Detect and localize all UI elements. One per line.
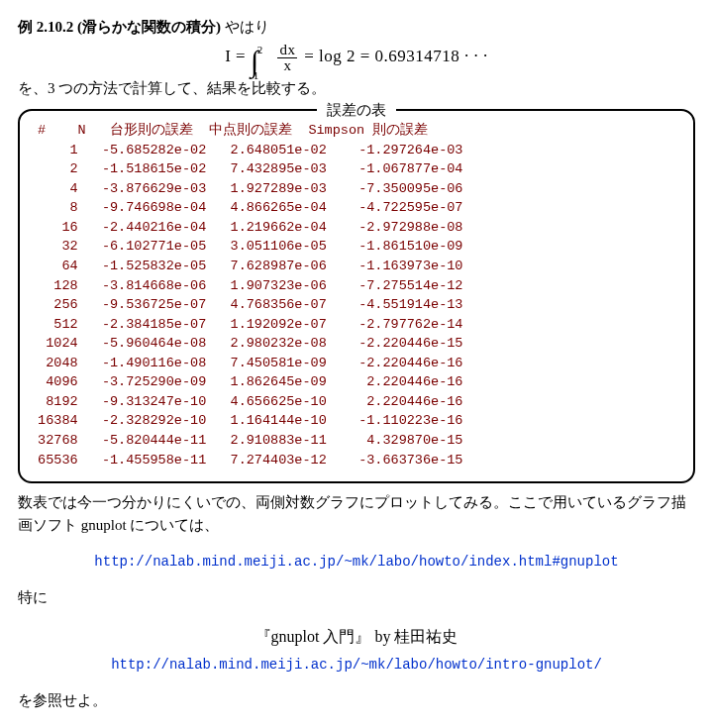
- closing-text: を参照せよ。: [18, 689, 695, 712]
- table-row: 128 -3.814668e-06 1.907323e-06 -7.275514…: [30, 276, 683, 296]
- link-row-1: http://nalab.mind.meiji.ac.jp/~mk/labo/h…: [18, 550, 695, 572]
- table-row: 512 -2.384185e-07 1.192092e-07 -2.797762…: [30, 315, 683, 335]
- table-row: 32768 -5.820444e-11 2.910883e-11 4.32987…: [30, 431, 683, 451]
- table-row: 1 -5.685282e-02 2.648051e-02 -1.297264e-…: [30, 141, 683, 160]
- table-row: 8 -9.746698e-04 4.866265e-04 -4.722595e-…: [30, 198, 683, 218]
- table-row: 64 -1.525832e-05 7.628987e-06 -1.163973e…: [30, 257, 683, 276]
- link-row-2: http://nalab.mind.meiji.ac.jp/~mk/labo/h…: [18, 653, 695, 676]
- example-label: 例 2.10.2 (滑らかな関数の積分): [18, 19, 221, 35]
- table-row: 4096 -3.725290e-09 1.862645e-09 2.220446…: [30, 372, 683, 392]
- gnuplot-howto-link[interactable]: http://nalab.mind.meiji.ac.jp/~mk/labo/h…: [94, 554, 618, 570]
- table-row: 2 -1.518615e-02 7.432895e-03 -1.067877e-…: [30, 159, 683, 179]
- error-table-box: 誤差の表 # N 台形則の誤差 中点則の誤差 Simpson 則の誤差 1 -5…: [18, 109, 695, 483]
- example-heading: 例 2.10.2 (滑らかな関数の積分) やはり: [18, 16, 695, 39]
- example-after: やはり: [221, 19, 269, 35]
- box-title: 誤差の表: [317, 99, 396, 122]
- after-table-text: 数表では今一つ分かりにくいでの、両側対数グラフにプロットしてみる。ここで用いてい…: [18, 491, 695, 536]
- table-row: 16 -2.440216e-04 1.219662e-04 -2.972988e…: [30, 218, 683, 238]
- integral-equation: I = ∫21 dx x = log 2 = 0.69314718 · · ·: [18, 43, 695, 73]
- table-header-row: # N 台形則の誤差 中点則の誤差 Simpson 則の誤差: [30, 121, 683, 141]
- table-row: 2048 -1.490116e-08 7.450581e-09 -2.22044…: [30, 354, 683, 373]
- table-row: 65536 -1.455958e-11 7.274403e-12 -3.6637…: [30, 451, 683, 470]
- eq-rhs: = log 2 = 0.69314718 · · ·: [304, 47, 488, 65]
- eq-lhs: I =: [225, 47, 246, 65]
- table-row: 8192 -9.313247e-10 4.656625e-10 2.220446…: [30, 392, 683, 412]
- intro-gnuplot-link[interactable]: http://nalab.mind.meiji.ac.jp/~mk/labo/h…: [111, 657, 602, 673]
- explain-line: を、3 つの方法で計算して、結果を比較する。: [18, 77, 695, 100]
- fraction: dx x: [277, 43, 297, 73]
- integral-sign: ∫21: [251, 43, 271, 72]
- credit-line: 『gnuplot 入門』 by 桂田祐史: [18, 625, 695, 649]
- tokuni-text: 特に: [18, 586, 695, 609]
- table-row: 1024 -5.960464e-08 2.980232e-08 -2.22044…: [30, 334, 683, 354]
- table-row: 16384 -2.328292e-10 1.164144e-10 -1.1102…: [30, 411, 683, 431]
- table-row: 32 -6.102771e-05 3.051106e-05 -1.861510e…: [30, 237, 683, 257]
- table-row: 256 -9.536725e-07 4.768356e-07 -4.551914…: [30, 295, 683, 315]
- table-row: 4 -3.876629e-03 1.927289e-03 -7.350095e-…: [30, 179, 683, 199]
